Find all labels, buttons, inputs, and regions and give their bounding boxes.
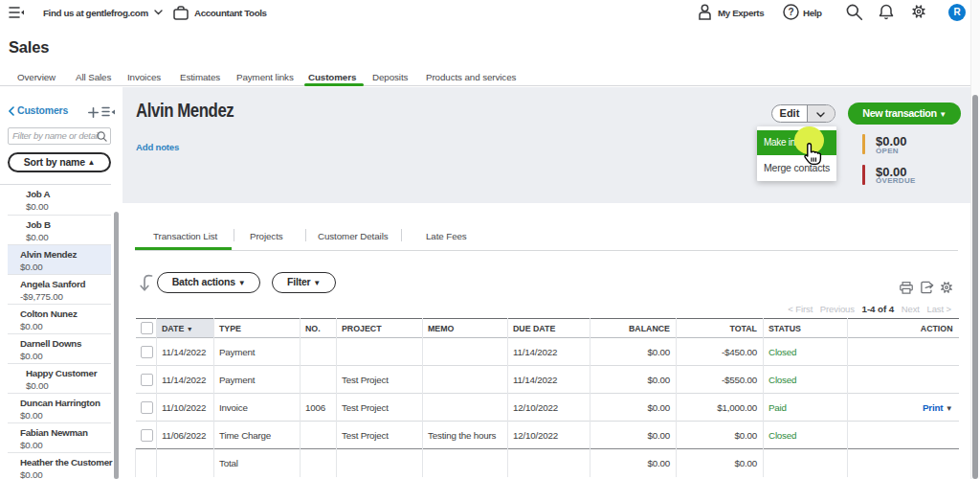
svg-text:?: ? — [788, 7, 793, 17]
